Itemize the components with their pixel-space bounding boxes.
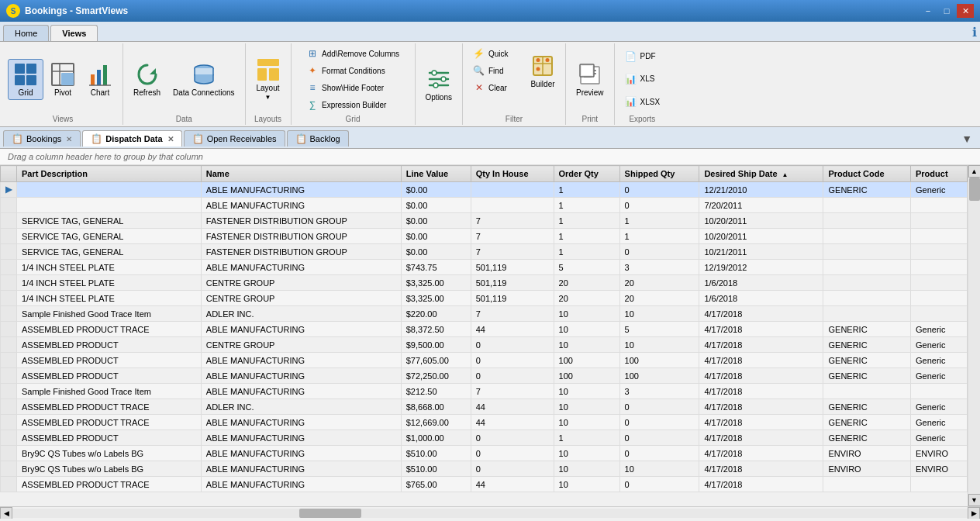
- table-row[interactable]: ABLE MANUFACTURING$0.00107/20/2011: [1, 198, 968, 213]
- builder-button[interactable]: Builder: [525, 45, 561, 96]
- table-cell: ABLE MANUFACTURING: [201, 322, 401, 337]
- col-header-line-value[interactable]: Line Value: [401, 166, 471, 182]
- table-cell: [910, 477, 967, 492]
- col-header-shipped-qty[interactable]: Shipped Qty: [619, 166, 699, 182]
- table-cell: [471, 182, 554, 198]
- table-row[interactable]: Bry9C QS Tubes w/o Labels BGABLE MANUFAC…: [1, 446, 968, 461]
- options-button[interactable]: Options: [420, 64, 457, 105]
- xls-button[interactable]: 📊 XLS: [619, 71, 666, 88]
- table-row[interactable]: 1/4 INCH STEEL PLATECENTRE GROUP$3,325.0…: [1, 275, 968, 291]
- table-cell: 501,119: [471, 260, 554, 275]
- clear-button[interactable]: ✕ Clear: [468, 79, 522, 96]
- scroll-up-arrow[interactable]: ▲: [968, 165, 981, 178]
- table-cell: 5: [619, 322, 699, 337]
- grid-scroll-area[interactable]: Part Description Name Line Value Qty In …: [0, 165, 968, 506]
- table-row[interactable]: Bry9C QS Tubes w/o Labels BGABLE MANUFAC…: [1, 461, 968, 477]
- table-cell: 0: [471, 337, 554, 353]
- table-row[interactable]: ASSEMBLED PRODUCTABLE MANUFACTURING$77,6…: [1, 353, 968, 368]
- data-connections-button[interactable]: Data Connections: [167, 59, 240, 100]
- table-cell: 10: [554, 446, 619, 461]
- table-cell: 0: [619, 477, 699, 492]
- add-remove-columns-button[interactable]: ⊞ Add\Remove Columns: [301, 45, 405, 62]
- table-row[interactable]: ASSEMBLED PRODUCTABLE MANUFACTURING$72,2…: [1, 368, 968, 384]
- doc-tab-bookings[interactable]: 📋 Bookings ✕: [3, 130, 81, 147]
- grid-button[interactable]: Grid: [8, 59, 43, 100]
- show-hide-footer-button[interactable]: ≡ Show\Hide Footer: [301, 79, 405, 96]
- table-cell: 10: [554, 306, 619, 322]
- table-cell: 20: [554, 291, 619, 306]
- table-cell: 4/17/2018: [699, 461, 823, 477]
- col-header-name[interactable]: Name: [201, 166, 401, 182]
- bookings-tab-close[interactable]: ✕: [66, 135, 72, 143]
- find-button[interactable]: 🔍 Find: [468, 62, 522, 79]
- table-cell: ASSEMBLED PRODUCT TRACE: [17, 477, 202, 492]
- table-row[interactable]: ASSEMBLED PRODUCT TRACEABLE MANUFACTURIN…: [1, 415, 968, 430]
- table-row[interactable]: 1/4 INCH STEEL PLATECENTRE GROUP$3,325.0…: [1, 291, 968, 306]
- tab-expand-button[interactable]: ▼: [957, 131, 977, 147]
- table-cell: Generic: [910, 322, 967, 337]
- table-row[interactable]: Sample Finished Good Trace ItemADLER INC…: [1, 306, 968, 322]
- scroll-thumb-horizontal[interactable]: [299, 509, 361, 518]
- xlsx-button[interactable]: 📊 XLSX: [619, 93, 666, 110]
- table-cell: 100: [554, 353, 619, 368]
- help-icon[interactable]: ℹ: [972, 25, 977, 41]
- scroll-left-arrow[interactable]: ◀: [0, 507, 12, 519]
- pdf-button[interactable]: 📄 PDF: [619, 48, 666, 65]
- table-row[interactable]: Sample Finished Good Trace ItemABLE MANU…: [1, 384, 968, 399]
- table-row[interactable]: SERVICE TAG, GENERALFASTENER DISTRIBUTIO…: [1, 244, 968, 260]
- chart-button[interactable]: Chart: [82, 59, 118, 100]
- layout-button[interactable]: Layout ▼: [250, 54, 286, 104]
- close-button[interactable]: ✕: [957, 4, 974, 18]
- doc-tab-open-receivables[interactable]: 📋 Open Receivables: [184, 130, 285, 147]
- menu-tab-home[interactable]: Home: [3, 25, 49, 41]
- scroll-right-arrow[interactable]: ▶: [968, 507, 980, 519]
- scroll-track-vertical[interactable]: [969, 178, 980, 494]
- col-header-desired-ship-date[interactable]: Desired Ship Date ▲: [699, 166, 823, 182]
- table-cell: Generic: [910, 337, 967, 353]
- minimize-button[interactable]: −: [920, 4, 937, 18]
- table-row[interactable]: ASSEMBLED PRODUCTCENTRE GROUP$9,500.0001…: [1, 337, 968, 353]
- table-cell: 1/6/2018: [699, 275, 823, 291]
- quick-button[interactable]: ⚡ Quick: [468, 45, 522, 62]
- expression-builder-button[interactable]: ∑ Expression Builder: [301, 96, 405, 113]
- scroll-track-horizontal[interactable]: [12, 509, 968, 518]
- row-marker-cell: [1, 477, 17, 492]
- maximize-button[interactable]: □: [938, 4, 955, 18]
- menu-tab-views[interactable]: Views: [50, 25, 98, 41]
- dispatch-tab-close[interactable]: ✕: [167, 135, 174, 143]
- app-icon: S: [6, 4, 20, 18]
- table-row[interactable]: ASSEMBLED PRODUCT TRACEABLE MANUFACTURIN…: [1, 477, 968, 492]
- table-row[interactable]: ASSEMBLED PRODUCT TRACEADLER INC.$8,668.…: [1, 399, 968, 415]
- svg-rect-2: [15, 75, 25, 85]
- format-conditions-button[interactable]: ✦ Format Conditions: [301, 62, 405, 79]
- col-header-qty-in-house[interactable]: Qty In House: [471, 166, 554, 182]
- col-header-order-qty[interactable]: Order Qty: [554, 166, 619, 182]
- table-row[interactable]: SERVICE TAG, GENERALFASTENER DISTRIBUTIO…: [1, 229, 968, 244]
- table-cell: $0.00: [401, 213, 471, 229]
- table-cell: SERVICE TAG, GENERAL: [17, 244, 202, 260]
- col-header-part-description[interactable]: Part Description: [17, 166, 202, 182]
- col-header-marker[interactable]: [1, 166, 17, 182]
- row-marker-cell: [1, 337, 17, 353]
- preview-button[interactable]: Preview: [571, 59, 609, 100]
- col-header-product[interactable]: Product: [910, 166, 967, 182]
- table-row[interactable]: SERVICE TAG, GENERALFASTENER DISTRIBUTIO…: [1, 213, 968, 229]
- table-cell: 44: [471, 477, 554, 492]
- table-row[interactable]: 1/4 INCH STEEL PLATEABLE MANUFACTURING$7…: [1, 260, 968, 275]
- refresh-button[interactable]: Refresh: [128, 59, 166, 100]
- scroll-thumb-vertical[interactable]: [969, 178, 980, 201]
- layouts-group-label: Layouts: [254, 113, 281, 123]
- table-row[interactable]: ASSEMBLED PRODUCT TRACEABLE MANUFACTURIN…: [1, 322, 968, 337]
- find-label: Find: [488, 67, 503, 75]
- doc-tab-backlog[interactable]: 📋 Backlog: [287, 130, 349, 147]
- scroll-down-arrow[interactable]: ▼: [968, 494, 981, 506]
- table-row[interactable]: ▶ABLE MANUFACTURING$0.001012/21/2010GENE…: [1, 182, 968, 198]
- svg-rect-9: [97, 70, 101, 85]
- col-header-product-code[interactable]: Product Code: [823, 166, 911, 182]
- title-bar: S Bookings - SmartViews − □ ✕: [0, 0, 980, 22]
- table-cell: 0: [471, 353, 554, 368]
- right-scrollbar[interactable]: ▲ ▼: [968, 165, 980, 506]
- pivot-button[interactable]: Pivot: [45, 59, 81, 100]
- doc-tab-dispatch-data[interactable]: 📋 Dispatch Data ✕: [82, 130, 181, 147]
- table-row[interactable]: ASSEMBLED PRODUCTABLE MANUFACTURING$1,00…: [1, 430, 968, 446]
